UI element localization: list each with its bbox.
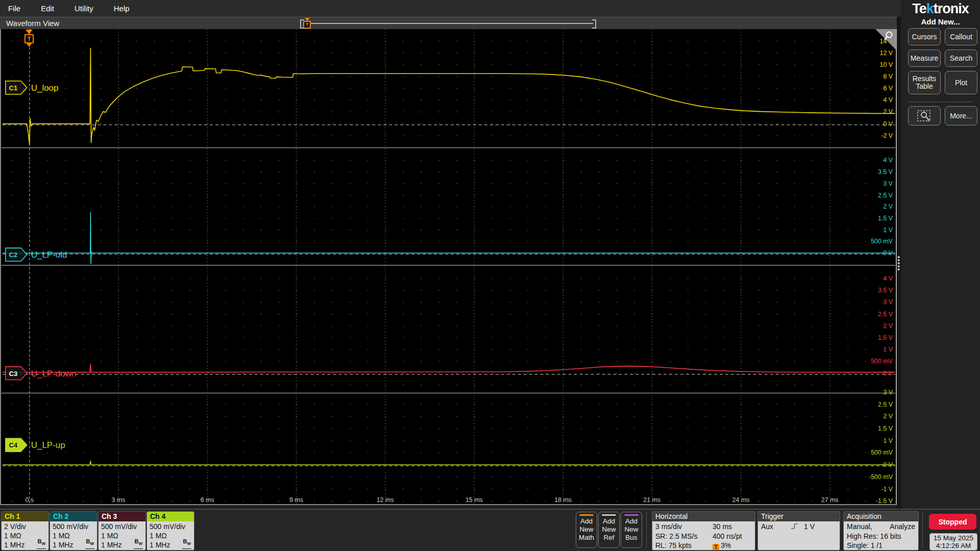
channel-name: Ch 3 [99,512,145,521]
acquisition-single: Single: 1 /1 [847,541,915,550]
trigger-position-value: T3% [713,541,731,550]
waveform-canvas[interactable]: C1U_loopC2U_LP-oldC3U_LP-downC4U_LP-up14… [1,29,896,504]
separator [922,512,923,548]
y-tick-label: -2 V [881,132,893,139]
y-tick-label: 8 V [883,73,893,80]
run-state-button[interactable]: Stopped [929,514,976,530]
horizontal-panel[interactable]: Horizontal 3 ms/div30 ms SR: 2.5 MS/s400… [652,511,755,550]
add-new-ref-button[interactable]: AddNewRef [598,512,620,548]
bandwidth-limit-icon: BW [134,537,143,549]
y-tick-label: 2 V [883,322,893,330]
trace-label-c3: U_LP-down [31,369,77,379]
y-tick-label: 500 mV [871,238,893,245]
measure-button[interactable]: Measure [908,49,941,67]
trigger-panel[interactable]: Trigger Aux 1 V [757,511,840,550]
y-tick-label: 1 V [883,437,893,444]
accent-stripe [579,514,594,516]
acquisition-analyze: Analyze [890,522,915,532]
y-tick-label: 6 V [883,85,893,92]
svg-text:C4: C4 [9,441,18,449]
y-tick-label: 2.5 V [878,192,893,199]
datetime-box: 15 May 2025 4:12:26 AM [929,533,977,550]
record-view-scrollbar[interactable]: T [300,19,596,28]
acquisition-panel[interactable]: Acquisition Manual,Analyze High Res: 16 … [843,511,919,550]
y-tick-label: 1.5 V [878,425,893,432]
resolution-value: 400 ns/pt [713,532,742,541]
oscilloscope-app: FileEditUtilityHelp Waveform View T C1U_… [0,0,980,551]
trace-label-c2: U_LP-old [31,250,67,260]
channel-scale: 500 mV/div [150,522,194,531]
record-trigger-marker[interactable]: T [303,18,311,29]
record-view-right-bracket[interactable] [592,19,596,29]
channel-scale: 500 mV/div [53,522,97,531]
svg-text:C3: C3 [9,370,18,378]
waveform-view-tab-bar[interactable]: Waveform View T [0,17,897,29]
x-tick-label: 24 ms [732,496,750,504]
view-title: Waveform View [6,19,59,28]
trigger-t-icon: T [303,21,311,29]
channel-badge-4[interactable]: Ch 4500 mV/div1 MΩ1 MHzBW [146,511,194,550]
y-tick-label: -1.5 V [876,497,893,504]
trace-label-c1: U_loop [31,83,59,93]
drag-handle-icon[interactable]: ••••• [897,256,900,271]
trigger-arrow-icon [27,43,32,47]
channel-name: Ch 2 [50,512,97,521]
trace-c2[interactable] [3,213,895,264]
add-new-heading: Add New... [901,17,980,26]
bandwidth-limit-icon: BW [85,537,94,549]
y-tick-label: 2 V [883,108,893,115]
x-tick-label: 6 ms [201,496,214,504]
y-tick-label: 12 V [879,49,893,57]
trigger-t-icon: T [24,34,34,43]
waveform-plot[interactable]: C1U_loopC2U_LP-oldC3U_LP-downC4U_LP-up14… [0,29,897,505]
timebase-value: 3 ms/div [655,522,713,532]
separator [646,512,647,548]
channel-badge-2[interactable]: Ch 2500 mV/div1 MΩ1 MHzBW [50,511,97,550]
y-tick-label: 500 mV [871,358,893,365]
svg-text:C2: C2 [9,251,18,259]
trigger-level: 1 V [804,522,815,532]
menu-item-help[interactable]: Help [114,4,130,13]
trace-c1[interactable] [3,48,895,144]
menu-item-utility[interactable]: Utility [75,4,93,13]
more-button[interactable]: More... [945,106,977,126]
y-tick-label: 1 V [883,227,893,234]
accent-stripe [602,514,616,516]
y-tick-label: 500 mV [871,449,893,457]
accent-stripe [624,514,639,516]
plot-button[interactable]: Plot [945,71,977,94]
y-tick-label: -500 mV [869,473,893,481]
y-tick-label: 0 V [883,461,893,468]
search-button[interactable]: Search [945,49,977,67]
y-tick-label: 0 V [883,249,893,257]
x-tick-label: 21 ms [643,496,660,504]
results-table-button[interactable]: Results Table [908,71,941,94]
bottom-settings-bar: Ch 12 V/div1 MΩ1 MHzBWCh 2500 mV/div1 MΩ… [0,509,980,551]
menu-item-edit[interactable]: Edit [41,4,54,13]
zoom-select-icon [917,110,932,122]
trace-c4[interactable] [3,461,895,465]
date-text: 15 May 2025 [934,534,973,542]
trigger-panel-title: Trigger [758,512,840,521]
svg-text:C1: C1 [9,84,18,92]
trace-c3[interactable] [3,364,895,372]
y-tick-label: 0 V [883,370,893,377]
y-tick-label: 4 V [883,157,893,164]
channel-badge-1[interactable]: Ch 12 V/div1 MΩ1 MHzBW [1,511,49,550]
y-tick-label: 2.5 V [878,311,893,318]
add-new-math-button[interactable]: AddNewMath [576,512,597,548]
menu-item-file[interactable]: File [8,4,20,13]
callout-button[interactable]: Callout [945,28,977,45]
bandwidth-limit-icon: BW [182,537,191,549]
zoom-select-button[interactable] [908,106,941,126]
channel-badge-3[interactable]: Ch 3500 mV/div1 MΩ1 MHzBW [98,511,146,550]
horizontal-panel-title: Horizontal [652,512,755,521]
cursors-button[interactable]: Cursors [908,28,941,45]
trigger-position-marker[interactable]: T [23,30,35,47]
y-tick-label: 4 V [883,96,893,104]
panel-splitter[interactable]: ••••• [897,17,901,509]
add-new-bus-button[interactable]: AddNewBus [621,512,642,548]
bandwidth-limit-icon: BW [37,537,46,549]
y-tick-label: 1.5 V [878,334,893,341]
y-tick-label: 3 V [883,180,893,187]
